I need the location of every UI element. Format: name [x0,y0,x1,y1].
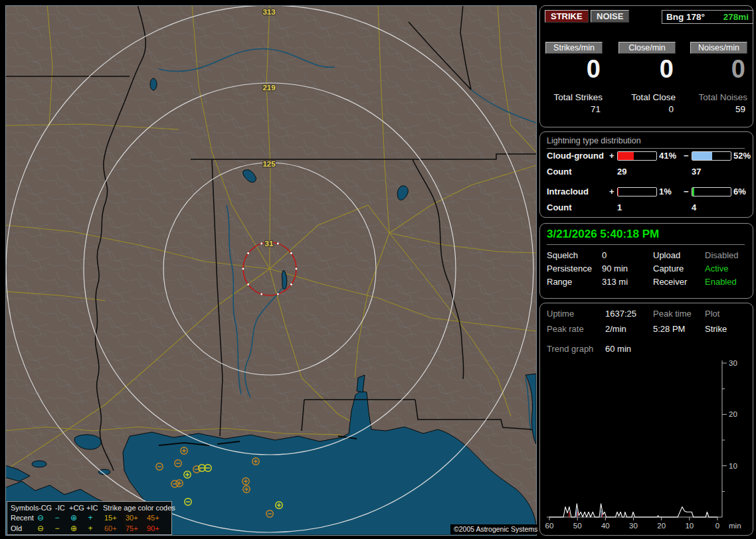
noises-per-min-value: 0 [731,56,745,82]
svg-text:125: 125 [262,160,276,168]
plot-mode-label: Plot [705,309,719,319]
ic-plus-bar [617,187,657,196]
strikes-per-min-value: 0 [587,56,601,82]
squelch-value: 0 [602,250,607,260]
cg-minus-count: 37 [692,167,701,177]
legend-col-pic: +IC [86,502,98,513]
svg-text:30: 30 [629,522,638,530]
age-75: 75+ [126,523,138,534]
cg-minus-bar [692,151,731,161]
cg-plus-count: 29 [617,167,626,177]
legend-age-header: Strike age color codes [103,502,175,513]
capture-value: Active [705,264,728,273]
receiver-value: Enabled [705,277,737,287]
total-close-value: 0 [668,104,674,114]
range-label: Range [547,277,572,287]
counters-panel: STRIKE NOISE Bng 178° 278mi Strikes/min … [539,5,753,127]
map-legend: Symbols -CG -IC +CG +IC Strike age color… [7,501,172,535]
old-cg-minus-icon: ⊖ [35,523,47,534]
receiver-label: Receiver [653,277,687,287]
total-strikes-value: 71 [591,104,601,114]
strikes-per-min-button[interactable]: Strikes/min [545,42,603,54]
intracloud-label: Intracloud [547,187,589,196]
uptime-value: 1637:25 [605,309,636,319]
legend-col-nic: -IC [55,502,65,513]
age-45: 45+ [147,512,159,523]
recent-ic-minus-icon: − [51,512,63,523]
bearing-value: Bng 178° [666,12,705,22]
trend-chart: 1020306050403020100min [541,354,750,532]
map-canvas[interactable]: 31321912531 Symbols -CG -IC +CG +IC Stri… [5,5,537,536]
recent-ic-plus-icon: + [84,512,96,523]
trend-graph-label: Trend graph [547,344,593,354]
close-per-min-value: 0 [660,56,674,82]
bearing-range: 278mi [723,12,749,22]
svg-text:219: 219 [262,84,275,92]
svg-text:313: 313 [262,8,275,16]
noises-per-min-button[interactable]: Noises/min [690,42,747,54]
noise-button[interactable]: NOISE [591,10,629,23]
svg-text:30: 30 [729,359,737,367]
legend-col-pcg: +CG [69,502,84,513]
strike-button[interactable]: STRIKE [545,10,589,23]
copyright: ©2005 Astrogenic Systems [450,524,541,534]
upload-value: Disabled [705,250,739,260]
age-15: 15+ [104,512,117,523]
upload-label: Upload [653,250,680,260]
status-panel: 3/21/2026 5:40:18 PM Squelch 0 Upload Di… [539,223,753,299]
ic-plus-count: 1 [617,202,622,212]
ic-minus-sign: − [684,187,689,196]
bearing-display: Bng 178° 278mi [662,10,753,24]
peak-rate-value: 2/min [605,324,626,334]
cg-minus-sign: − [684,151,689,161]
squelch-label: Squelch [547,250,578,260]
plot-mode-value: Strike [705,324,727,334]
capture-label: Capture [653,264,684,273]
trend-graph-value: 60 min [605,344,631,354]
cg-plus-sign: + [609,151,614,161]
total-noises-label: Total Noises [698,92,747,102]
ic-minus-bar-fill [692,188,694,196]
app-window: 31321912531 Symbols -CG -IC +CG +IC Stri… [0,0,756,539]
legend-recent-label: Recent [11,512,34,523]
peak-time-value: 5:28 PM [653,324,685,334]
age-30: 30+ [126,512,138,523]
svg-text:60: 60 [545,522,554,530]
age-60: 60+ [104,523,117,534]
distribution-panel: Lightning type distribution Cloud-ground… [539,131,753,218]
svg-text:40: 40 [601,522,610,530]
cloud-ground-label: Cloud-ground [547,151,604,161]
ic-minus-count: 4 [692,202,696,212]
peak-time-label: Peak time [653,309,692,319]
cg-count-label: Count [547,167,572,177]
svg-text:50: 50 [573,522,582,530]
peak-rate-label: Peak rate [547,324,584,334]
total-noises-value: 59 [735,104,745,114]
old-cg-plus-icon: ⊕ [68,523,80,534]
cg-plus-bar-fill [618,152,634,160]
cg-plus-bar [617,151,657,161]
ic-minus-pct: 6% [733,187,746,196]
svg-text:20: 20 [657,522,666,530]
svg-text:20: 20 [729,410,737,418]
svg-text:min: min [729,522,741,530]
cg-plus-pct: 41% [659,151,676,161]
distribution-title: Lightning type distribution [547,136,745,149]
old-ic-plus-icon: + [84,523,96,534]
total-strikes-label: Total Strikes [553,92,603,102]
persistence-value: 90 min [602,264,628,273]
range-value: 313 mi [602,277,628,287]
close-per-min-button[interactable]: Close/min [618,42,676,54]
old-ic-minus-icon: − [51,523,63,534]
datetime-display: 3/21/2026 5:40:18 PM [547,228,745,245]
age-90: 90+ [147,523,159,534]
svg-text:0: 0 [715,522,719,530]
ic-plus-pct: 1% [659,187,672,196]
cg-minus-pct: 52% [733,151,751,161]
total-close-label: Total Close [631,92,676,102]
recent-cg-minus-icon: ⊖ [35,512,47,523]
cg-minus-bar-fill [692,152,712,160]
legend-old-label: Old [11,523,22,534]
recent-cg-plus-icon: ⊕ [68,512,80,523]
svg-text:31: 31 [265,240,274,248]
